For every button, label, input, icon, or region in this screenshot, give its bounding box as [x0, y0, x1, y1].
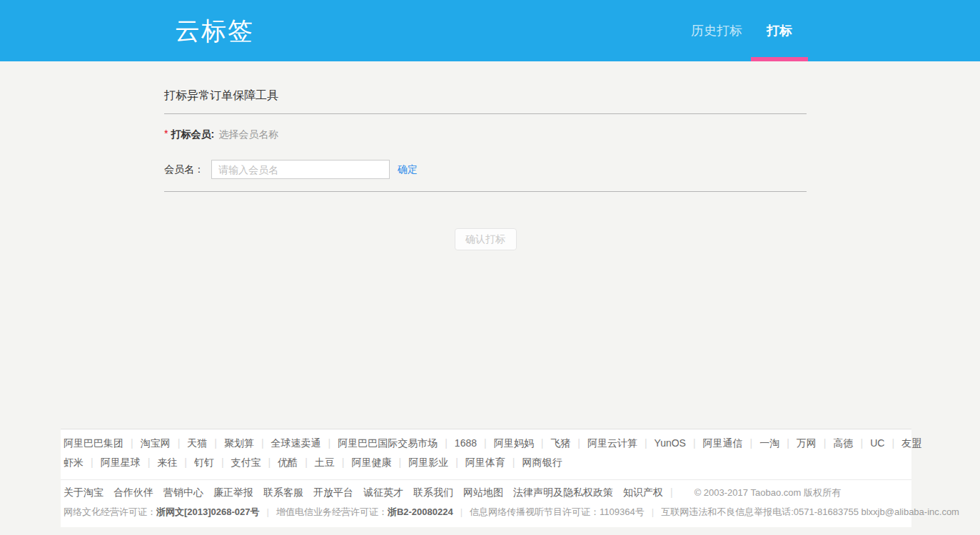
footer-link[interactable]: 飞猪	[550, 437, 570, 449]
footer-link[interactable]: YunOS	[655, 437, 686, 449]
list-separator: |	[512, 457, 515, 468]
content-container: 打标异常订单保障工具 *打标会员:选择会员名称 会员名： 确定 确认打标	[164, 61, 807, 250]
footer-link[interactable]: 阿里巴巴国际交易市场	[338, 437, 438, 449]
footer-about-links: 关于淘宝合作伙伴营销中心廉正举报联系客服开放平台诚征英才联系我们网站地图法律声明…	[64, 486, 673, 498]
member-name-input[interactable]	[211, 160, 390, 179]
top-nav: 历史打标 打标	[682, 0, 808, 61]
footer-link[interactable]: 土豆	[315, 457, 335, 468]
footer-link[interactable]: 阿里健康	[351, 457, 391, 468]
list-separator: |	[652, 506, 654, 517]
footer-link[interactable]: 万网	[797, 437, 817, 449]
list-separator: |	[484, 437, 487, 449]
list-separator: |	[261, 437, 264, 449]
list-separator: |	[268, 457, 271, 468]
footer-about-link[interactable]: 法律声明及隐私权政策	[513, 486, 613, 498]
nav-tab-mark[interactable]: 打标	[751, 0, 808, 61]
list-separator: |	[577, 437, 580, 449]
active-tab-indicator	[751, 57, 808, 61]
footer-link[interactable]: 一淘	[759, 437, 779, 449]
footer-about-link[interactable]: 诚征英才	[363, 486, 403, 498]
footer-link[interactable]: 高德	[834, 437, 854, 449]
list-separator: |	[148, 457, 151, 468]
list-separator: |	[342, 457, 345, 468]
footer-link[interactable]: 阿里通信	[703, 437, 743, 449]
footer-link[interactable]: 阿里云计算	[587, 437, 637, 449]
footer-link[interactable]: 全球速卖通	[271, 437, 321, 449]
copyright-text: © 2003-2017 Taobao.com 版权所有	[694, 487, 841, 498]
member-name-label: 会员名：	[164, 163, 204, 176]
license-item[interactable]: 信息网络传播视听节目许可证：1109364号	[470, 506, 645, 517]
list-separator: |	[824, 437, 827, 449]
footer-link[interactable]: 天猫	[187, 437, 207, 449]
nav-tab-mark-label: 打标	[767, 24, 792, 38]
list-separator: |	[221, 457, 224, 468]
license-item[interactable]: 互联网违法和不良信息举报电话:0571-81683755 blxxjb@alib…	[661, 506, 959, 517]
footer-link[interactable]: 阿里妈妈	[494, 437, 534, 449]
footer-link[interactable]: 网商银行	[522, 457, 562, 468]
footer-about-link[interactable]: 联系客服	[263, 486, 303, 498]
list-separator: |	[891, 437, 894, 449]
list-separator: |	[184, 457, 187, 468]
app-header: 云标签 历史打标 打标	[0, 0, 980, 61]
list-separator: |	[178, 437, 181, 449]
page-title: 打标异常订单保障工具	[164, 61, 807, 103]
list-separator: |	[541, 437, 544, 449]
list-separator: |	[398, 457, 401, 468]
member-name-form-row: 会员名： 确定	[164, 160, 807, 179]
footer-link[interactable]: 阿里影业	[408, 457, 448, 468]
license-number: 浙B2-20080224	[388, 506, 453, 517]
license-item[interactable]: 网络文化经营许可证：浙网文[2013]0268-027号	[64, 506, 260, 517]
about-copyright-separator: |	[670, 486, 673, 498]
mark-member-label: 打标会员:	[171, 128, 214, 140]
nav-tab-history[interactable]: 历史打标	[682, 0, 751, 61]
nav-tab-history-label: 历史打标	[691, 24, 742, 38]
footer-link[interactable]: 友盟	[901, 437, 921, 449]
required-asterisk: *	[164, 128, 168, 139]
footer-about-link[interactable]: 网站地图	[463, 486, 503, 498]
list-separator: |	[861, 437, 864, 449]
footer-link[interactable]: 来往	[157, 457, 177, 468]
form-divider	[164, 191, 807, 192]
footer-about-link[interactable]: 营销中心	[163, 486, 203, 498]
list-separator: |	[267, 506, 269, 517]
footer-link[interactable]: UC	[870, 437, 884, 449]
footer-license-row: 网络文化经营许可证：浙网文[2013]0268-027号|增值电信业务经营许可证…	[64, 502, 911, 521]
title-divider	[164, 113, 807, 114]
list-separator: |	[445, 437, 448, 449]
footer-about-link[interactable]: 关于淘宝	[64, 486, 103, 498]
list-separator: |	[214, 437, 217, 449]
footer-link[interactable]: 阿里星球	[101, 457, 141, 468]
license-item[interactable]: 增值电信业务经营许可证：浙B2-20080224	[276, 506, 453, 517]
footer-link[interactable]: 1688	[455, 437, 477, 449]
list-separator: |	[328, 437, 331, 449]
license-label: 互联网违法和不良信息举报电话:0571-81683755 blxxjb@alib…	[661, 506, 959, 517]
footer-about-link[interactable]: 合作伙伴	[113, 486, 153, 498]
main-area: 打标异常订单保障工具 *打标会员:选择会员名称 会员名： 确定 确认打标	[0, 61, 980, 429]
footer-link[interactable]: 淘宝网	[141, 437, 171, 449]
footer-about-link[interactable]: 联系我们	[413, 486, 453, 498]
footer-link[interactable]: 聚划算	[224, 437, 254, 449]
list-separator: |	[787, 437, 789, 449]
footer-about-row: 关于淘宝合作伙伴营销中心廉正举报联系客服开放平台诚征英才联系我们网站地图法律声明…	[64, 483, 911, 502]
list-separator: |	[460, 506, 463, 517]
app-logo: 云标签	[175, 14, 254, 47]
footer-link[interactable]: 阿里体育	[465, 457, 505, 468]
footer-about-link[interactable]: 廉正举报	[213, 486, 253, 498]
footer-link[interactable]: 优酷	[278, 457, 298, 468]
footer-links-row-2: 虾米|阿里星球|来往|钉钉|支付宝|优酷|土豆|阿里健康|阿里影业|阿里体育|网…	[64, 453, 911, 472]
confirm-member-link[interactable]: 确定	[398, 163, 418, 176]
confirm-mark-button[interactable]: 确认打标	[455, 228, 517, 250]
footer-links-row-1: 阿里巴巴集团|淘宝网|天猫|聚划算|全球速卖通|阿里巴巴国际交易市场|1688|…	[64, 434, 911, 453]
list-separator: |	[693, 437, 696, 449]
footer-legal-section: 关于淘宝合作伙伴营销中心廉正举报联系客服开放平台诚征英才联系我们网站地图法律声明…	[61, 479, 911, 527]
footer-link[interactable]: 阿里巴巴集团	[64, 437, 123, 449]
footer-link[interactable]: 虾米	[64, 457, 84, 468]
footer-about-link[interactable]: 知识产权	[623, 486, 663, 498]
page-footer: 阿里巴巴集团|淘宝网|天猫|聚划算|全球速卖通|阿里巴巴国际交易市场|1688|…	[61, 429, 911, 527]
mark-member-hint: 选择会员名称	[218, 128, 278, 140]
license-label: 增值电信业务经营许可证：	[276, 506, 388, 517]
footer-link[interactable]: 钉钉	[194, 457, 214, 468]
list-separator: |	[455, 457, 458, 468]
footer-link[interactable]: 支付宝	[231, 457, 261, 468]
footer-about-link[interactable]: 开放平台	[313, 486, 353, 498]
